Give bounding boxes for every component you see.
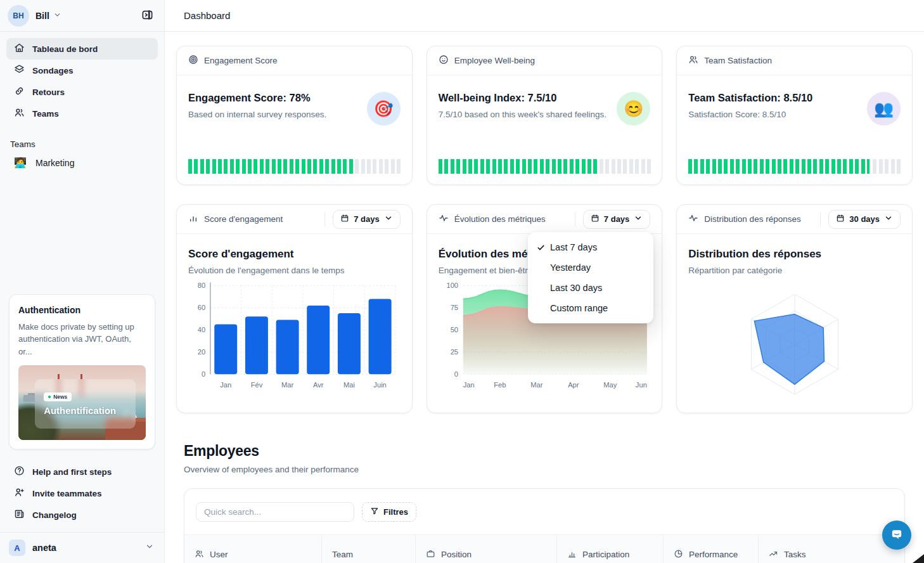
column-header-performance[interactable]: Performance xyxy=(663,535,758,563)
svg-text:40: 40 xyxy=(198,326,205,333)
activity-icon xyxy=(688,213,698,225)
teams-section-label: Teams xyxy=(0,131,164,152)
users-icon xyxy=(688,55,698,67)
bar-chart-icon xyxy=(188,213,198,225)
card-body: Distribution des réponses Répartition pa… xyxy=(677,234,912,408)
divider xyxy=(575,212,575,226)
user-name[interactable]: Bill xyxy=(35,11,49,21)
card-header-label: Évolution des métriques xyxy=(454,214,546,224)
progress-bar xyxy=(439,159,651,174)
workspace-switcher[interactable]: A aneta xyxy=(0,532,164,558)
sidebar-item-feedback[interactable]: Retours xyxy=(6,81,158,103)
smiley-emoji-badge: 😊 xyxy=(617,92,650,126)
bar xyxy=(307,306,330,374)
sidebar: BH Bill Tableau de bord Sondages xyxy=(0,0,165,563)
employees-title: Employees xyxy=(184,443,905,460)
card-header: Team Satisfaction xyxy=(677,46,912,75)
bar xyxy=(338,313,361,374)
funnel-icon xyxy=(370,507,379,517)
briefcase-icon xyxy=(426,549,435,560)
bar xyxy=(245,316,268,374)
progress-bar xyxy=(688,159,901,174)
sidebar-item-invite[interactable]: Invite teammates xyxy=(6,482,158,504)
column-header-user[interactable]: User xyxy=(184,535,321,563)
svg-text:80: 80 xyxy=(198,282,205,289)
engagement-score-card: Engagement Score Engagement Score: 78% B… xyxy=(176,46,413,185)
column-header-position[interactable]: Position xyxy=(415,535,556,563)
sidebar-item-changelog[interactable]: Changelog xyxy=(6,504,158,526)
svg-text:25: 25 xyxy=(450,348,458,356)
busts-emoji-badge: 👥 xyxy=(867,92,901,126)
authentication-promo-card[interactable]: Authentication Make docs private by sett… xyxy=(9,294,155,450)
filters-button[interactable]: Filtres xyxy=(362,502,416,522)
employees-toolbar: Filtres xyxy=(184,489,904,534)
layers-icon xyxy=(14,64,25,77)
svg-text:Feb: Feb xyxy=(494,381,506,389)
sidebar-item-label: Sondages xyxy=(32,66,74,75)
menu-item-custom-range[interactable]: Custom range xyxy=(528,298,653,318)
activity-icon xyxy=(439,213,449,225)
sidebar-item-teams[interactable]: Teams xyxy=(6,103,158,124)
user-plus-icon xyxy=(14,487,25,500)
chevron-down-icon xyxy=(145,542,154,553)
bar-chart-icon xyxy=(567,549,577,560)
radar-chart xyxy=(722,280,867,408)
technologist-emoji: 🧑‍💻 xyxy=(14,157,27,169)
divider xyxy=(820,212,821,226)
sidebar-item-surveys[interactable]: Sondages xyxy=(6,60,158,81)
promo-overlay-card: News Authentification xyxy=(35,379,136,429)
svg-text:60: 60 xyxy=(198,304,205,311)
sidebar-item-dashboard[interactable]: Tableau de bord xyxy=(6,38,158,60)
green-dot xyxy=(48,396,51,398)
date-range-button[interactable]: 7 days xyxy=(583,210,650,229)
menu-item-yesterday[interactable]: Yesterday xyxy=(528,257,653,278)
sidebar-collapse-button[interactable] xyxy=(138,6,157,25)
radar-polygon xyxy=(754,314,824,385)
page-header: Dashboard xyxy=(165,0,924,32)
menu-item-last-30-days[interactable]: Last 30 days xyxy=(528,278,653,298)
team-satisfaction-card: Team Satisfaction Team Satisfaction: 8.5… xyxy=(676,46,913,185)
calendar-icon xyxy=(591,214,600,224)
svg-text:0: 0 xyxy=(202,370,205,378)
promo-image: News Authentification xyxy=(18,365,146,440)
svg-text:May: May xyxy=(603,381,617,389)
workspace-avatar: A xyxy=(9,540,25,556)
svg-text:Jan: Jan xyxy=(220,381,231,389)
progress-fill xyxy=(188,159,354,174)
team-item-label: Marketing xyxy=(35,158,74,168)
panel-collapse-icon xyxy=(141,9,153,23)
svg-text:Fév: Fév xyxy=(251,381,263,389)
mouse-cursor xyxy=(911,553,924,563)
column-header-participation[interactable]: Participation xyxy=(556,535,663,563)
sidebar-item-marketing[interactable]: 🧑‍💻 Marketing xyxy=(0,152,164,174)
sidebar-item-label: Tableau de bord xyxy=(32,44,98,54)
employees-table-card: Filtres User Team Position xyxy=(184,488,905,563)
date-range-button[interactable]: 7 days xyxy=(333,210,400,229)
column-header-team[interactable]: Team xyxy=(321,535,415,563)
search-input[interactable] xyxy=(196,502,354,522)
sidebar-item-label: Help and first steps xyxy=(32,467,112,477)
check-icon xyxy=(536,243,546,252)
chart-subtitle: Évolution de l'engagement dans le temps xyxy=(188,266,401,275)
user-avatar[interactable]: BH xyxy=(8,5,29,27)
date-range-button[interactable]: 30 days xyxy=(828,210,901,229)
menu-item-last-7-days[interactable]: Last 7 days xyxy=(528,237,653,257)
chevron-down-icon xyxy=(53,10,61,22)
target-icon xyxy=(188,55,198,67)
bar xyxy=(214,325,237,375)
card-header: Employee Well-being xyxy=(427,46,662,75)
employees-subtitle: Overview of employees and their performa… xyxy=(184,465,905,474)
chat-bubble-icon xyxy=(890,527,904,543)
chat-launcher-button[interactable] xyxy=(882,521,911,550)
workspace-name: aneta xyxy=(32,543,56,553)
sidebar-nav: Tableau de bord Sondages Retours Teams xyxy=(0,32,164,131)
svg-text:100: 100 xyxy=(446,282,458,289)
sidebar-item-label: Changelog xyxy=(32,510,77,520)
users-icon xyxy=(195,549,204,560)
users-icon xyxy=(14,107,25,120)
sidebar-item-help[interactable]: Help and first steps xyxy=(6,461,158,482)
bar xyxy=(276,320,299,375)
svg-text:20: 20 xyxy=(198,348,205,356)
promo-title: Authentication xyxy=(18,305,146,315)
svg-text:Avr: Avr xyxy=(313,381,324,389)
